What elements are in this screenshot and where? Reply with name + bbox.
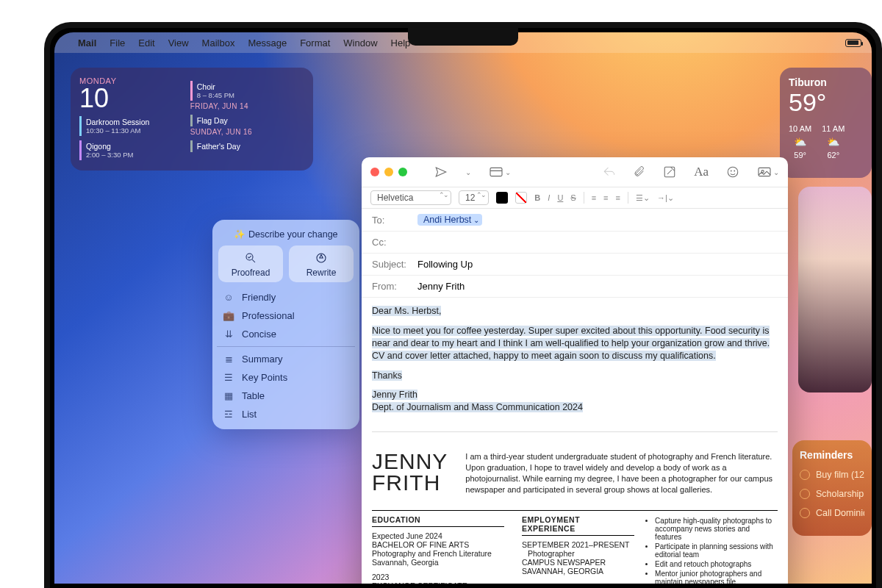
emoji-button[interactable] bbox=[726, 165, 739, 179]
menu-view[interactable]: View bbox=[168, 37, 189, 49]
size-select[interactable]: 12 bbox=[459, 190, 489, 205]
resume-attachment: JENNY FRITH I am a third-year student un… bbox=[372, 431, 778, 495]
photo-widget[interactable] bbox=[798, 187, 872, 392]
tone-professional[interactable]: 💼Professional bbox=[218, 306, 354, 325]
markup-button[interactable] bbox=[663, 165, 676, 179]
reminders-widget[interactable]: Reminders Buy film (120) Scholarship app… bbox=[792, 440, 872, 536]
weather-hourly: 10 AM⛅59° 11 AM⛅62° bbox=[789, 124, 863, 159]
smile-icon: ☺ bbox=[223, 292, 234, 303]
menu-message[interactable]: Message bbox=[248, 37, 287, 49]
list-icon: ☲ bbox=[223, 409, 234, 420]
italic-button[interactable]: I bbox=[548, 193, 550, 202]
align-left[interactable]: ≡ bbox=[592, 193, 596, 202]
compress-icon: ⇊ bbox=[223, 329, 234, 340]
font-select[interactable]: Helvetica bbox=[370, 190, 451, 205]
tone-friendly[interactable]: ☺Friendly bbox=[218, 288, 354, 306]
rewrite-icon bbox=[315, 251, 328, 265]
magnify-check-icon bbox=[244, 251, 257, 265]
align-right[interactable]: ≡ bbox=[616, 193, 620, 202]
minimize-button[interactable] bbox=[384, 168, 393, 176]
indent-menu[interactable]: →|⌄ bbox=[657, 193, 674, 203]
send-button[interactable] bbox=[434, 165, 448, 179]
attach-button[interactable] bbox=[634, 165, 645, 179]
calendar-event: Flag Day bbox=[190, 115, 304, 126]
menu-format[interactable]: Format bbox=[300, 37, 330, 49]
from-field[interactable]: From: Jenny Frith bbox=[362, 276, 788, 298]
send-later-dropdown[interactable]: ⌄ bbox=[465, 168, 471, 176]
list-menu[interactable]: ☰⌄ bbox=[636, 193, 650, 203]
text-color[interactable] bbox=[496, 192, 508, 204]
summary-icon: ≣ bbox=[223, 354, 234, 365]
transform-keypoints[interactable]: ☰Key Points bbox=[218, 368, 354, 387]
header-fields-button[interactable]: ⌄ bbox=[489, 166, 511, 178]
cc-field[interactable]: Cc: bbox=[362, 232, 788, 254]
photo-button[interactable]: ⌄ bbox=[757, 166, 779, 178]
format-button[interactable]: Aa bbox=[694, 165, 709, 179]
calendar-event: Choir8 – 8:45 PM bbox=[190, 81, 304, 101]
svg-point-5 bbox=[731, 171, 731, 171]
align-center[interactable]: ≡ bbox=[603, 193, 608, 202]
proofread-button[interactable]: Proofread bbox=[218, 245, 283, 282]
menu-file[interactable]: File bbox=[110, 37, 125, 49]
transform-table[interactable]: ▦Table bbox=[218, 387, 354, 405]
svg-rect-7 bbox=[759, 168, 770, 176]
svg-point-8 bbox=[761, 171, 764, 173]
titlebar: ⌄ ⌄ Aa ⌄ bbox=[362, 157, 788, 187]
svg-point-6 bbox=[734, 171, 735, 171]
weather-temp: 59° bbox=[789, 88, 863, 117]
calendar-event: Father's Day bbox=[190, 140, 304, 152]
reply-button[interactable] bbox=[603, 165, 616, 179]
writing-tools-popover: Describe your change Proofread Rewrite ☺… bbox=[212, 220, 359, 429]
tone-concise[interactable]: ⇊Concise bbox=[218, 325, 354, 343]
to-field[interactable]: To: Andi Herbst bbox=[362, 209, 788, 232]
svg-point-4 bbox=[728, 167, 738, 177]
close-button[interactable] bbox=[370, 168, 379, 176]
svg-rect-2 bbox=[490, 168, 502, 176]
table-icon: ▦ bbox=[223, 390, 234, 401]
compose-window: ⌄ ⌄ Aa ⌄ Helvetica 12 B I U bbox=[362, 157, 788, 584]
zoom-button[interactable] bbox=[398, 168, 407, 176]
battery-icon bbox=[845, 39, 861, 47]
menu-window[interactable]: Window bbox=[343, 37, 377, 49]
bold-button[interactable]: B bbox=[534, 193, 540, 202]
transform-summary[interactable]: ≣Summary bbox=[218, 350, 354, 368]
reminder-item[interactable]: Buy film (120) bbox=[800, 470, 864, 480]
format-bar: Helvetica 12 B I U S ≡ ≡ ≡ ☰⌄ →|⌄ bbox=[362, 187, 788, 209]
strike-button[interactable]: S bbox=[570, 193, 576, 202]
recipient-pill[interactable]: Andi Herbst bbox=[417, 214, 482, 226]
app-menu[interactable]: Mail bbox=[78, 37, 96, 49]
transform-list[interactable]: ☲List bbox=[218, 405, 354, 423]
describe-change-field[interactable]: Describe your change bbox=[218, 226, 354, 245]
calendar-event: Qigong2:00 – 3:30 PM bbox=[79, 140, 183, 160]
weather-location: Tiburon bbox=[789, 76, 863, 88]
key-points-icon: ☰ bbox=[223, 372, 234, 383]
calendar-date-header: FRIDAY, JUN 14 bbox=[190, 102, 304, 110]
message-body[interactable]: Dear Ms. Herbst, Nice to meet you for co… bbox=[362, 298, 788, 584]
underline-button[interactable]: U bbox=[557, 193, 563, 202]
reminders-title: Reminders bbox=[800, 449, 864, 461]
briefcase-icon: 💼 bbox=[223, 310, 234, 321]
subject-field[interactable]: Subject: Following Up bbox=[362, 254, 788, 276]
svg-point-0 bbox=[246, 254, 253, 260]
menu-mailbox[interactable]: Mailbox bbox=[202, 37, 235, 49]
reminder-item[interactable]: Call Dominique bbox=[800, 508, 864, 518]
rewrite-button[interactable]: Rewrite bbox=[289, 245, 354, 282]
bg-color[interactable] bbox=[515, 192, 527, 204]
reminder-item[interactable]: Scholarship app bbox=[800, 489, 864, 499]
calendar-date-header: SUNDAY, JUN 16 bbox=[190, 128, 304, 136]
calendar-widget[interactable]: MONDAY 10 Darkroom Session10:30 – 11:30 … bbox=[71, 68, 313, 171]
weather-widget[interactable]: Tiburon 59° 10 AM⛅59° 11 AM⛅62° bbox=[780, 68, 872, 178]
calendar-day-number: 10 bbox=[79, 85, 183, 112]
menu-edit[interactable]: Edit bbox=[138, 37, 154, 49]
calendar-event: Darkroom Session10:30 – 11:30 AM bbox=[79, 116, 183, 136]
